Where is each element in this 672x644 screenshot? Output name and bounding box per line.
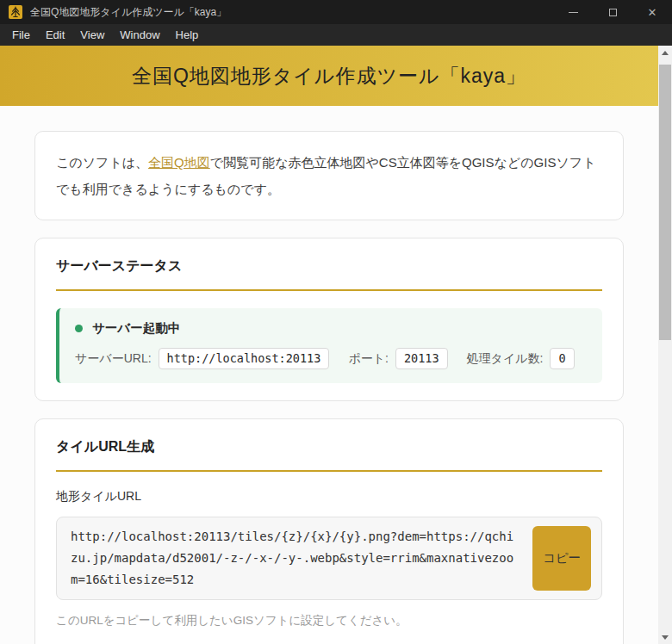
terrain-tile-url-label: 地形タイルURL — [56, 489, 602, 505]
tile-url-card: タイルURL生成 地形タイルURL http://localhost:20113… — [34, 418, 624, 644]
server-status-box: サーバー起動中 サーバーURL: http://localhost:20113 … — [56, 308, 602, 383]
status-fields: サーバーURL: http://localhost:20113 ポート: 201… — [75, 348, 588, 369]
chevron-up-icon — [662, 51, 669, 55]
heading-underline — [56, 289, 602, 291]
tile-url-heading: タイルURL生成 — [56, 438, 602, 456]
intro-card: このソフトは、全国Q地図で閲覧可能な赤色立体地図やCS立体図等をQGISなどのG… — [34, 131, 624, 220]
qchizu-link[interactable]: 全国Q地図 — [148, 155, 210, 170]
menu-item-edit[interactable]: Edit — [38, 24, 72, 46]
intro-text-before: このソフトは、 — [56, 155, 148, 170]
tile-count-label: 処理タイル数: — [467, 351, 544, 367]
minimize-icon — [569, 12, 578, 13]
minimize-button[interactable] — [553, 0, 593, 24]
server-url-label: サーバーURL: — [75, 351, 152, 367]
window-titlebar: 全国Q地図地形タイル作成ツール「kaya」 ✕ — [0, 0, 672, 24]
server-status-card: サーバーステータス サーバー起動中 サーバーURL: http://localh… — [34, 238, 624, 401]
menu-item-file[interactable]: File — [4, 24, 38, 46]
port-label: ポート: — [348, 351, 389, 367]
close-button[interactable]: ✕ — [632, 0, 672, 24]
menu-item-window[interactable]: Window — [112, 24, 167, 46]
server-url-field: サーバーURL: http://localhost:20113 — [75, 348, 329, 369]
status-line: サーバー起動中 — [75, 320, 588, 337]
close-icon: ✕ — [648, 6, 657, 19]
url-display-box: http://localhost:20113/tiles/{z}/{x}/{y}… — [56, 517, 602, 600]
page-content: このソフトは、全国Q地図で閲覧可能な赤色立体地図やCS立体図等をQGISなどのG… — [0, 106, 672, 644]
page-header: 全国Q地図地形タイル作成ツール「kaya」 — [0, 46, 658, 106]
chevron-down-icon — [662, 635, 669, 640]
status-indicator-dot — [75, 325, 83, 332]
tile-url-text[interactable]: http://localhost:20113/tiles/{z}/{x}/{y}… — [71, 526, 520, 591]
server-url-value[interactable]: http://localhost:20113 — [159, 348, 330, 369]
menu-item-help[interactable]: Help — [168, 24, 207, 46]
copy-button[interactable]: コピー — [532, 526, 591, 591]
tile-count-field: 処理タイル数: 0 — [467, 348, 575, 369]
scrollbar[interactable] — [658, 46, 672, 644]
maximize-icon — [609, 9, 617, 16]
menubar: File Edit View Window Help — [0, 24, 672, 46]
port-value[interactable]: 20113 — [395, 348, 448, 369]
window-controls: ✕ — [553, 0, 672, 24]
maximize-button[interactable] — [593, 0, 632, 24]
page-title: 全国Q地図地形タイル作成ツール「kaya」 — [132, 63, 526, 90]
scroll-down-button[interactable] — [658, 630, 672, 644]
window-title: 全国Q地図地形タイル作成ツール「kaya」 — [30, 5, 553, 20]
page-viewport: 全国Q地図地形タイル作成ツール「kaya」 このソフトは、全国Q地図で閲覧可能な… — [0, 46, 672, 644]
server-status-text: サーバー起動中 — [92, 320, 180, 337]
menu-item-view[interactable]: View — [72, 24, 112, 46]
scrollbar-track[interactable] — [658, 59, 672, 630]
server-status-heading: サーバーステータス — [56, 257, 602, 276]
heading-underline — [56, 470, 602, 472]
scroll-up-button[interactable] — [658, 46, 672, 59]
url-help-text: このURLをコピーして利用したいGISソフトに設定してください。 — [56, 613, 602, 629]
app-tree-icon — [9, 5, 22, 19]
scrollbar-thumb[interactable] — [659, 65, 671, 340]
port-field: ポート: 20113 — [348, 348, 447, 369]
tile-count-value[interactable]: 0 — [550, 348, 574, 369]
intro-text: このソフトは、全国Q地図で閲覧可能な赤色立体地図やCS立体図等をQGISなどのG… — [56, 149, 602, 202]
